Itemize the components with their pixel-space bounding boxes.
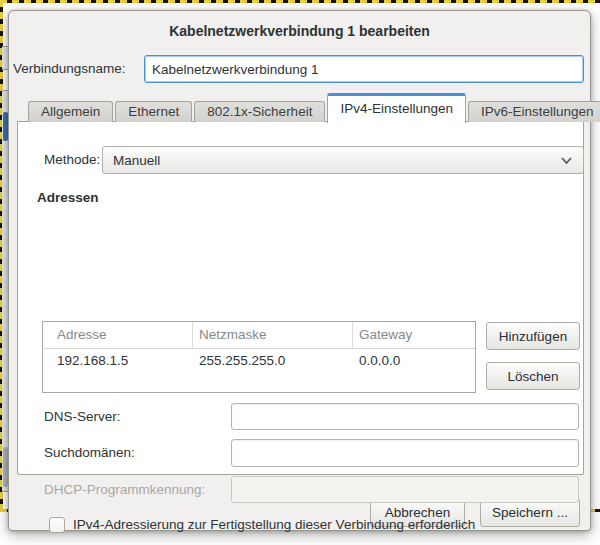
address-table-row[interactable]: 192.168.1.5 255.255.255.0 0.0.0.0 (43, 349, 475, 373)
tab-ethernet[interactable]: Ethernet (115, 101, 192, 122)
search-domains-label: Suchdomänen: (44, 439, 135, 467)
address-cell: 192.168.1.5 (43, 349, 193, 373)
connection-name-input[interactable] (144, 55, 584, 83)
delete-address-button[interactable]: Löschen (486, 362, 580, 390)
column-header-netzmaske[interactable]: Netzmaske (193, 322, 353, 348)
require-ipv4-checkbox[interactable] (49, 517, 65, 533)
connection-name-label: Verbindungsname: (13, 55, 126, 83)
dns-server-input[interactable] (231, 403, 579, 430)
method-selected-value: Manuell (113, 153, 560, 168)
tab-ipv4-einstellungen[interactable]: IPv4-Einstellungen (327, 93, 466, 123)
column-header-gateway[interactable]: Gateway (353, 322, 475, 348)
screenshot-selection-border-top (0, 0, 600, 3)
chevron-down-icon (560, 156, 573, 165)
addresses-table-header: Adresse Netzmaske Gateway (43, 322, 475, 349)
edit-connection-dialog: Kabelnetzwerkverbindung 1 bearbeiten Ver… (8, 10, 591, 531)
search-domains-input[interactable] (231, 439, 579, 467)
method-dropdown[interactable]: Manuell (102, 146, 584, 174)
dialog-title: Kabelnetzwerkverbindung 1 bearbeiten (9, 23, 590, 39)
gateway-cell: 0.0.0.0 (353, 349, 475, 373)
tab-allgemein[interactable]: Allgemein (28, 101, 113, 122)
method-label: Methode: (44, 146, 100, 174)
dhcp-client-id-input (231, 476, 579, 503)
tab-8021x-sicherheit[interactable]: 802.1x-Sicherheit (194, 101, 325, 122)
netmask-cell: 255.255.255.0 (193, 349, 353, 373)
dns-server-label: DNS-Server: (44, 403, 121, 430)
screen: Kabelnetzwerkverbindung 1 bearbeiten Ver… (0, 0, 600, 545)
ipv4-settings-panel: Methode: Manuell Adressen Adresse Netzma… (17, 121, 584, 475)
settings-tab-bar: Allgemein Ethernet 802.1x-Sicherheit IPv… (28, 92, 600, 122)
require-ipv4-label[interactable]: IPv4-Adressierung zur Fertigstellung die… (73, 516, 475, 534)
add-address-button[interactable]: Hinzufügen (486, 322, 580, 350)
addresses-section-label: Adressen (37, 190, 99, 205)
dhcp-client-id-label: DHCP-Programmkennung: (44, 476, 205, 503)
addresses-table: Adresse Netzmaske Gateway 192.168.1.5 25… (42, 321, 476, 393)
tab-ipv6-einstellungen[interactable]: IPv6-Einstellungen (468, 101, 600, 122)
column-header-adresse[interactable]: Adresse (43, 322, 193, 348)
